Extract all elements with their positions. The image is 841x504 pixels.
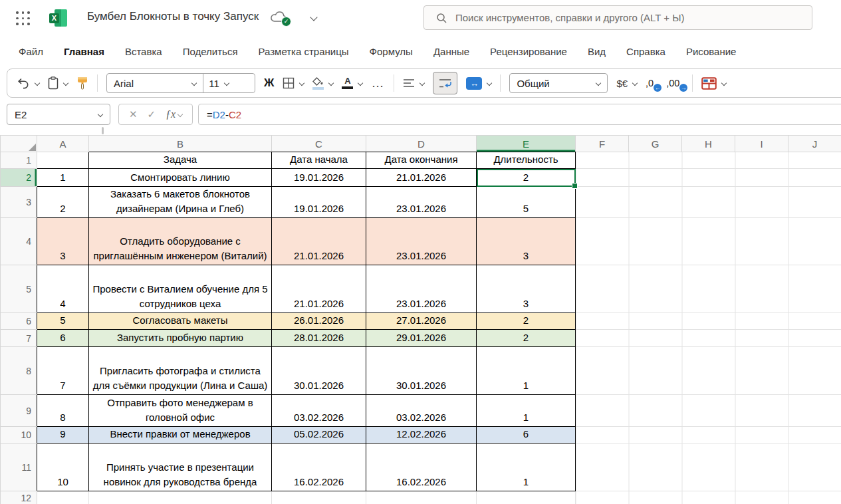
cell-A7[interactable]: 6 — [37, 330, 89, 347]
empty-cells-F8-J8[interactable] — [576, 347, 841, 395]
excel-app-icon[interactable]: X — [49, 9, 68, 27]
cell-D1[interactable]: Дата окончания — [366, 152, 477, 169]
row-header-3[interactable]: 3 — [1, 187, 37, 218]
cell-A2[interactable]: 1 — [37, 169, 89, 187]
row-header-12[interactable]: 12 — [1, 491, 37, 504]
cancel-icon[interactable]: ✕ — [129, 108, 138, 120]
format-painter-icon[interactable] — [76, 76, 88, 90]
cell-B3[interactable]: Заказать 6 макетов блокнотов дизайнерам … — [89, 187, 272, 218]
cell-D4[interactable]: 23.01.2026 — [366, 218, 477, 265]
cell-A10[interactable]: 9 — [37, 427, 89, 443]
menu-review[interactable]: Рецензирование — [490, 46, 567, 57]
app-launcher-icon[interactable] — [16, 11, 31, 26]
select-all-corner[interactable] — [1, 136, 37, 152]
column-header-B[interactable]: B — [89, 136, 272, 152]
formula-input[interactable]: = D2 - C2 — [198, 104, 841, 125]
undo-chevron-icon[interactable] — [35, 80, 40, 86]
empty-cells-F6-J6[interactable] — [576, 313, 841, 330]
column-header-I[interactable]: I — [735, 136, 788, 152]
cell-B1[interactable]: Задача — [89, 152, 272, 169]
cell-B2[interactable]: Смонтировать линию — [89, 169, 272, 187]
cell-C2[interactable]: 19.01.2026 — [272, 169, 366, 187]
cell-D5[interactable]: 23.01.2026 — [366, 265, 477, 313]
row-header-11[interactable]: 11 — [1, 443, 37, 491]
cell-D9[interactable]: 03.02.2026 — [366, 395, 477, 427]
row-header-6[interactable]: 6 — [1, 313, 37, 330]
row-header-5[interactable]: 5 — [1, 265, 37, 313]
font-color-chevron-icon[interactable] — [358, 80, 363, 86]
cell-A11[interactable]: 10 — [37, 443, 89, 491]
number-format-chevron-icon[interactable] — [596, 80, 601, 86]
fill-color-chevron-icon[interactable] — [328, 80, 334, 86]
menu-help[interactable]: Справка — [626, 46, 665, 57]
row-header-1[interactable]: 1 — [1, 152, 37, 169]
cell-E1[interactable]: Длительность — [477, 152, 576, 169]
cell-B5[interactable]: Провести с Виталием обучение для 5 сотру… — [89, 265, 272, 313]
wrap-text-button-active[interactable] — [433, 72, 457, 94]
cell-A3[interactable]: 2 — [37, 187, 89, 218]
menu-page-layout[interactable]: Разметка страницы — [259, 46, 349, 57]
font-size-value[interactable]: 11 — [203, 78, 225, 89]
cell-D6[interactable]: 27.01.2026 — [366, 313, 477, 330]
cell-C1[interactable]: Дата начала — [272, 152, 366, 169]
menu-formulas[interactable]: Формулы — [370, 46, 413, 57]
cell-A4[interactable]: 3 — [37, 218, 89, 265]
row-header-9[interactable]: 9 — [1, 395, 37, 427]
cell-E3[interactable]: 5 — [477, 187, 576, 218]
cell-C11[interactable]: 16.02.2026 — [272, 443, 366, 491]
empty-cells-F11-J11[interactable] — [576, 443, 841, 491]
cell-D8[interactable]: 30.01.2026 — [366, 347, 477, 395]
menu-draw[interactable]: Рисование — [686, 46, 737, 57]
empty-cells-F10-J10[interactable] — [576, 427, 841, 443]
document-title[interactable]: Бумбел Блокноты в точку Запуск — [87, 10, 259, 23]
cell-C10[interactable]: 05.02.2026 — [272, 427, 366, 443]
cell-E8[interactable]: 1 — [477, 347, 576, 395]
font-name-select[interactable]: Arial 11 — [106, 73, 255, 93]
name-box-chevron-icon[interactable] — [98, 112, 103, 117]
column-header-D[interactable]: D — [366, 136, 477, 152]
cell-C3[interactable]: 19.01.2026 — [272, 187, 366, 218]
fx-chevron-icon[interactable] — [178, 112, 183, 117]
cell-B11[interactable]: Принять участие в презентации новинок дл… — [89, 443, 272, 491]
cell-D10[interactable]: 12.02.2026 — [366, 427, 477, 443]
menu-share[interactable]: Поделиться — [183, 46, 238, 57]
column-header-C[interactable]: C — [272, 136, 366, 152]
row-header-8[interactable]: 8 — [1, 347, 37, 395]
cell-E4[interactable]: 3 — [477, 218, 576, 265]
cell-B12[interactable] — [89, 491, 272, 504]
cell-C9[interactable]: 03.02.2026 — [272, 395, 366, 427]
cell-A5[interactable]: 4 — [37, 265, 89, 313]
menu-view[interactable]: Вид — [588, 46, 606, 57]
font-size-chevron-icon[interactable] — [224, 80, 229, 86]
increase-decimals-button[interactable]: ,00 → — [666, 78, 683, 88]
empty-cells-F1-J1[interactable] — [576, 152, 841, 169]
column-header-F[interactable]: F — [576, 136, 629, 152]
merge-cells-button[interactable]: ↔ — [466, 77, 482, 90]
cell-C12[interactable] — [272, 491, 366, 504]
row-header-2-selected[interactable]: 2 — [1, 169, 37, 187]
paste-chevron-icon[interactable] — [63, 80, 68, 86]
cell-C7[interactable]: 28.01.2026 — [272, 330, 366, 347]
save-status-cloud-icon[interactable]: ✓ — [269, 9, 291, 27]
cell-B8[interactable]: Пригласить фотографа и стилиста для съём… — [89, 347, 272, 395]
cell-D3[interactable]: 23.01.2026 — [366, 187, 477, 218]
cell-B7[interactable]: Запустить пробную партию — [89, 330, 272, 347]
cell-E11[interactable]: 1 — [477, 443, 576, 491]
format-as-table-icon[interactable] — [701, 77, 717, 90]
insert-function-icon[interactable]: ƒx — [166, 108, 176, 120]
font-name-chevron-icon[interactable] — [191, 80, 197, 86]
cell-C5[interactable]: 21.01.2026 — [272, 265, 366, 313]
confirm-icon[interactable]: ✓ — [147, 108, 156, 120]
cell-E9[interactable]: 1 — [477, 395, 576, 427]
column-header-G[interactable]: G — [629, 136, 682, 152]
cell-E6[interactable]: 2 — [477, 313, 576, 330]
cell-B9[interactable]: Отправить фото менеджерам в головной офи… — [89, 395, 272, 427]
title-chevron-down-icon[interactable] — [310, 13, 317, 21]
cell-A6[interactable]: 5 — [37, 313, 89, 330]
cell-E5[interactable]: 3 — [477, 265, 576, 313]
row-header-7[interactable]: 7 — [1, 330, 37, 347]
cell-B10[interactable]: Внести правки от менеджеров — [89, 427, 272, 443]
column-header-A[interactable]: A — [37, 136, 89, 152]
cell-A12[interactable] — [37, 491, 89, 504]
undo-icon[interactable] — [17, 77, 30, 89]
